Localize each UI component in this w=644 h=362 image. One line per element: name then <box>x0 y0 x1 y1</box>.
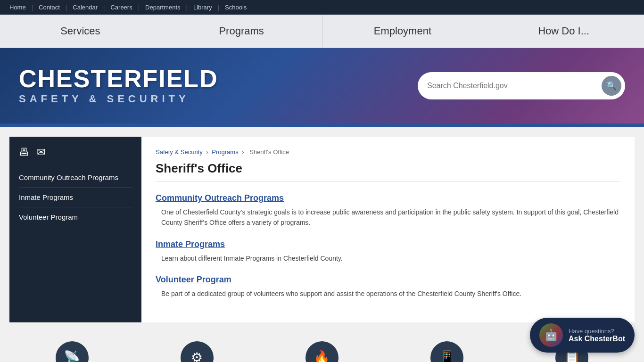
rss-icon: 📡 <box>56 341 89 362</box>
top-nav-contact[interactable]: Contact <box>33 4 66 11</box>
nav-services[interactable]: Services <box>0 15 161 48</box>
section-title-inmate-programs[interactable]: Inmate Programs <box>156 239 620 249</box>
sidebar-item-volunteer-program[interactable]: Volunteer Program <box>19 207 132 227</box>
main-content: Safety & Security › Programs › Sheriff's… <box>141 137 635 322</box>
section-desc-volunteer-program: Be part of a dedicated group of voluntee… <box>156 288 620 299</box>
section-community-outreach: Community Outreach Programs One of Chest… <box>156 193 620 228</box>
sidebar: 🖶 ✉ Community Outreach Programs Inmate P… <box>9 137 141 322</box>
chesterbot-avatar: 🤖 <box>539 323 563 347</box>
email-icon[interactable]: ✉ <box>37 146 45 158</box>
section-volunteer-program: Volunteer Program Be part of a dedicated… <box>156 275 620 299</box>
chesterbot-question: Have questions? <box>569 328 625 335</box>
gear-icon: ⚙ <box>181 341 214 362</box>
logo-main-text: CHESTERFIELD <box>19 66 218 91</box>
top-nav-careers[interactable]: Careers <box>105 4 138 11</box>
chesterbot-name: Ask ChesterBot <box>569 335 625 343</box>
section-desc-inmate-programs: Learn about different Inmate Programs in… <box>156 253 620 263</box>
chesterbot-text: Have questions? Ask ChesterBot <box>569 328 625 343</box>
top-nav-home[interactable]: Home <box>9 4 32 11</box>
breadcrumb: Safety & Security › Programs › Sheriff's… <box>156 148 620 156</box>
bottom-icon-settings[interactable]: ⚙ <box>181 341 214 362</box>
breadcrumb-programs[interactable]: Programs <box>212 148 238 156</box>
search-input[interactable] <box>427 82 602 90</box>
hero-banner: CHESTERFIELD SAFETY & SECURITY 🔍 <box>0 48 644 123</box>
section-title-volunteer-program[interactable]: Volunteer Program <box>156 275 620 285</box>
fire-icon: 🔥 <box>305 341 339 362</box>
bottom-icon-fire[interactable]: 🔥 <box>305 341 339 362</box>
section-inmate-programs: Inmate Programs Learn about different In… <box>156 239 620 263</box>
top-nav-departments[interactable]: Departments <box>140 4 186 11</box>
nav-employment[interactable]: Employment <box>322 15 484 48</box>
breadcrumb-current: Sheriff's Office <box>249 148 289 156</box>
top-nav-calendar[interactable]: Calendar <box>67 4 103 11</box>
print-icon[interactable]: 🖶 <box>19 146 29 158</box>
breadcrumb-safety[interactable]: Safety & Security <box>156 148 203 156</box>
top-navigation: Home | Contact | Calendar | Careers | De… <box>0 0 644 15</box>
section-desc-community-outreach: One of Chesterfield County's strategic g… <box>156 207 620 228</box>
nav-programs[interactable]: Programs <box>161 15 322 48</box>
top-nav-library[interactable]: Library <box>188 4 218 11</box>
bottom-icon-alert[interactable]: 📱 <box>430 341 463 362</box>
main-navigation: Services Programs Employment How Do I... <box>0 15 644 48</box>
top-nav-schools[interactable]: Schools <box>219 4 252 11</box>
sidebar-item-inmate-programs[interactable]: Inmate Programs <box>19 188 132 207</box>
sidebar-item-community-outreach[interactable]: Community Outreach Programs <box>19 168 132 188</box>
search-icon: 🔍 <box>606 81 617 91</box>
section-title-community-outreach[interactable]: Community Outreach Programs <box>156 193 620 203</box>
breadcrumb-sep-1: › <box>206 148 210 156</box>
search-container: 🔍 <box>418 72 625 99</box>
chesterbot-widget[interactable]: 🤖 Have questions? Ask ChesterBot <box>530 318 635 353</box>
site-logo: CHESTERFIELD SAFETY & SECURITY <box>19 66 218 105</box>
alert-icon: 📱 <box>430 341 463 362</box>
logo-sub-text: SAFETY & SECURITY <box>19 93 218 105</box>
bottom-icon-rss[interactable]: 📡 <box>56 341 89 362</box>
sidebar-icon-row: 🖶 ✉ <box>19 146 132 158</box>
content-wrapper: 🖶 ✉ Community Outreach Programs Inmate P… <box>0 127 644 332</box>
search-button[interactable]: 🔍 <box>602 76 621 96</box>
blue-divider <box>0 123 644 127</box>
breadcrumb-sep-2: › <box>242 148 246 156</box>
sidebar-nav: Community Outreach Programs Inmate Progr… <box>19 168 132 227</box>
page-title: Sheriff's Office <box>156 161 620 182</box>
nav-howdoi[interactable]: How Do I... <box>483 15 644 48</box>
